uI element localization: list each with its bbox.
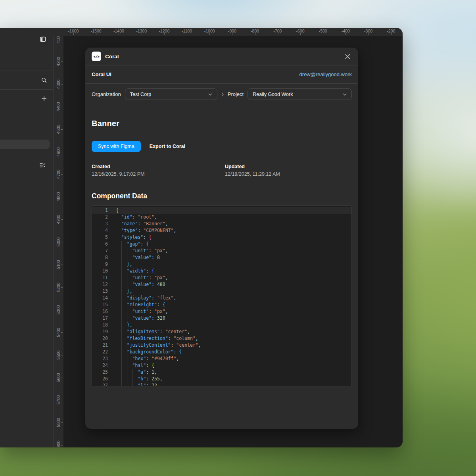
code-token: "px"	[154, 309, 165, 314]
code-line-content: "justifyContent": "center",	[116, 342, 201, 349]
indent-guide	[121, 349, 127, 355]
indent-guide	[127, 362, 132, 369]
ruler-label: -1200	[159, 29, 169, 33]
ruler-tick	[61, 107, 63, 107]
code-token: ,	[130, 261, 132, 267]
action-button-row: Sync with Figma Export to Coral	[92, 141, 352, 152]
ruler-tick	[323, 33, 323, 35]
code-token: :	[149, 248, 154, 253]
indent-guide	[127, 369, 132, 376]
code-line: 22 "backgroundColor": {	[92, 349, 351, 355]
code-token: "COMPONENT"	[143, 228, 173, 233]
indent-guide	[116, 315, 121, 322]
code-token: "h"	[138, 376, 146, 382]
vertical-ruler: 4100420043004400450046004700480049005000…	[53, 36, 63, 447]
ruler-label: -1400	[113, 29, 124, 33]
ruler-label: -800	[251, 29, 259, 33]
code-token: :	[152, 315, 157, 321]
code-token: "width"	[127, 268, 146, 274]
code-line-content: "l": 72,	[116, 382, 160, 386]
code-token: :	[149, 309, 154, 314]
line-number: 18	[92, 322, 108, 328]
code-line: 23 "hex": "#9470ff",	[92, 355, 351, 362]
code-line-content: "minHeight": {	[116, 301, 165, 308]
line-number: 12	[92, 281, 108, 288]
plus-icon[interactable]	[41, 96, 47, 102]
indent-guide	[116, 234, 121, 241]
sidebar-divider	[0, 71, 53, 71]
ruler-tick	[61, 152, 63, 152]
sync-with-figma-button[interactable]: Sync with Figma	[92, 141, 141, 152]
code-token: ,	[130, 322, 132, 328]
line-number: 15	[92, 301, 108, 308]
code-token: :	[132, 214, 138, 220]
account-row: Coral UI drew@reallygood.work	[85, 65, 358, 84]
ruler-label: 4100	[56, 36, 61, 44]
line-number: 19	[92, 328, 108, 335]
ruler-tick	[119, 33, 119, 35]
sidebar	[0, 28, 53, 447]
project-label: Project	[228, 91, 244, 97]
indent-guide	[116, 288, 121, 295]
ruler-label: 4800	[56, 192, 61, 202]
line-number: 6	[92, 241, 108, 248]
search-icon[interactable]	[41, 77, 47, 83]
code-token: "value"	[132, 282, 152, 287]
indent-guide	[127, 382, 132, 386]
code-line: 2 "id": "root",	[92, 214, 351, 221]
code-token: ,	[154, 369, 157, 375]
code-token: }	[127, 288, 130, 294]
code-line-content: "hex": "#9470ff",	[116, 355, 179, 362]
line-number: 1	[92, 207, 108, 214]
indent-guide	[116, 227, 121, 234]
code-token: "minHeight"	[127, 302, 157, 307]
component-data-code-editor[interactable]: 1{2 "id": "root",3 "name": "Banner",4 "t…	[92, 205, 352, 386]
indent-guide	[127, 308, 132, 315]
horizontal-ruler: -1600-1500-1400-1300-1200-1100-1000-900-…	[53, 28, 403, 36]
code-line-content: "a": 1,	[116, 369, 157, 376]
ruler-tick	[255, 33, 255, 35]
organization-select[interactable]: Test Corp	[125, 88, 217, 100]
indent-guide	[121, 248, 127, 254]
indent-guide	[116, 376, 121, 382]
ruler-tick	[61, 61, 63, 62]
code-line: 26 "h": 255,	[92, 376, 351, 382]
code-line-content: "value": 8	[116, 254, 160, 261]
indent-guide	[132, 376, 138, 382]
line-number: 13	[92, 288, 108, 295]
code-token: 1	[152, 369, 154, 375]
line-number: 17	[92, 315, 108, 322]
indent-guide	[121, 281, 127, 288]
code-token: ,	[165, 248, 168, 253]
code-glyph: </>	[93, 54, 100, 59]
code-token: :	[138, 221, 143, 226]
code-token: "hex"	[132, 356, 146, 361]
panel-toggle-icon[interactable]	[40, 36, 46, 42]
organization-label: Organization	[92, 91, 121, 97]
updated-label: Updated	[225, 164, 352, 169]
ruler-tick	[369, 33, 369, 35]
code-line-content: {	[116, 207, 119, 214]
ruler-label: -300	[364, 29, 372, 33]
coral-app-icon: </>	[92, 52, 101, 61]
code-token: :	[149, 275, 154, 280]
indent-guide	[121, 241, 127, 248]
ruler-label: 4400	[56, 102, 61, 111]
sidebar-selected-item[interactable]	[0, 140, 50, 149]
indent-guide	[121, 268, 127, 274]
code-line: 13 },	[92, 288, 351, 295]
ruler-label: 4900	[56, 215, 61, 224]
code-token: ,	[176, 356, 179, 361]
project-select[interactable]: Really Good Work	[248, 88, 352, 100]
code-line: 9 },	[92, 261, 351, 268]
close-icon[interactable]	[343, 52, 352, 61]
code-line: 6 "gap": {	[92, 241, 351, 248]
code-line: 21 "justifyContent": "center",	[92, 342, 351, 349]
account-email-link[interactable]: drew@reallygood.work	[299, 71, 352, 77]
indent-guide	[121, 335, 127, 342]
code-line-content: "name": "Banner",	[116, 221, 168, 227]
list-collapse-icon[interactable]	[39, 162, 46, 168]
export-to-coral-button[interactable]: Export to Coral	[144, 141, 191, 152]
ruler-label: 5800	[56, 418, 61, 427]
code-token: "#9470ff"	[152, 356, 176, 361]
